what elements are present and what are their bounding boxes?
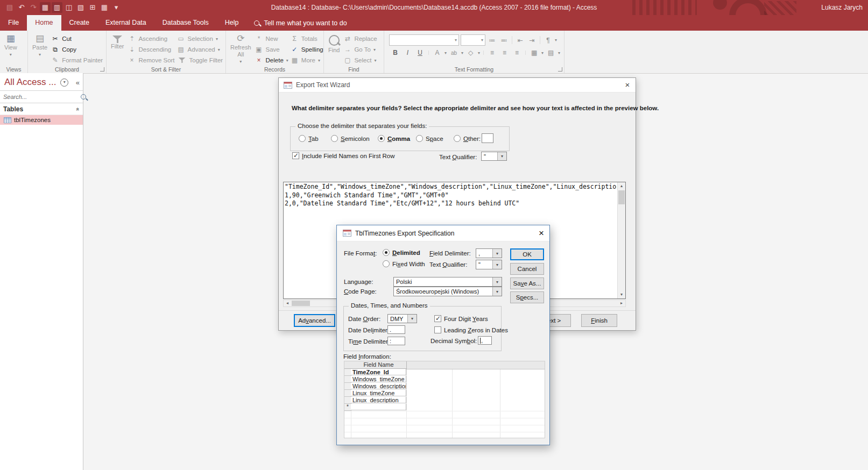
highlight-color-icon[interactable]: ab — [449, 50, 459, 56]
descending-button[interactable]: ⇣ Descending — [126, 44, 175, 55]
cancel-button[interactable]: Cancel — [510, 263, 544, 275]
field-name-cell[interactable]: Windows_timeZone — [351, 376, 406, 382]
field-delimiter-combo[interactable]: , ▾ — [476, 248, 502, 258]
datasheet-view-icon[interactable]: ▦ — [40, 2, 51, 13]
sidebar-item-tbltimezones[interactable]: tblTimezones — [0, 115, 83, 125]
date-order-combo[interactable]: DMY ▾ — [387, 314, 417, 323]
select-button[interactable]: ▢ Select▾ — [342, 55, 378, 66]
save-record-button[interactable]: ▣ Save — [254, 44, 290, 55]
redo-icon[interactable]: ↷ — [28, 2, 39, 13]
align-center-icon[interactable]: ≡ — [499, 49, 510, 56]
find-button[interactable]: Find — [326, 32, 342, 54]
radio-space[interactable]: Space — [416, 135, 443, 142]
radio-other[interactable]: Other: — [454, 135, 481, 142]
time-delimiter-input[interactable]: : — [387, 337, 405, 345]
italic-icon[interactable]: I — [403, 49, 413, 56]
export-data-icon[interactable]: ⊞ — [87, 2, 98, 13]
collapse-group-icon[interactable]: « — [75, 108, 81, 111]
align-right-icon[interactable]: ≡ — [512, 49, 522, 56]
field-name-cell[interactable]: Windows_description — [351, 383, 406, 389]
vertical-scroll-thumb[interactable] — [618, 190, 625, 204]
radio-delimited[interactable]: Delimited — [383, 249, 420, 256]
gridlines-icon[interactable]: ▦ — [529, 49, 539, 56]
tab-external-data[interactable]: External Data — [97, 15, 154, 31]
leading-zeros-checkbox[interactable]: Leading Zeros in Dates — [434, 326, 508, 333]
search-icon[interactable] — [81, 94, 86, 99]
decrease-indent-icon[interactable]: ⇤ — [515, 37, 525, 44]
code-page-combo[interactable]: Środkowoeuropejski (Windows) ▾ — [393, 287, 502, 296]
tell-me-search[interactable]: Tell me what you want to do — [246, 15, 354, 31]
print-preview-icon[interactable]: ▧ — [75, 2, 86, 13]
undo-icon[interactable]: ↶ — [16, 2, 27, 13]
text-formatting-dialog-launcher-icon[interactable] — [558, 67, 562, 72]
text-qualifier-combo[interactable]: " ▾ — [481, 152, 507, 161]
tab-file[interactable]: File — [0, 15, 27, 31]
shutter-bar-close-icon[interactable]: « — [76, 79, 80, 87]
increase-indent-icon[interactable]: ⇥ — [527, 37, 537, 44]
scroll-left-icon[interactable]: ◂ — [284, 300, 291, 307]
nav-menu-chevron-icon[interactable]: ▾ — [60, 79, 68, 87]
save-icon[interactable]: ▤ — [4, 2, 15, 13]
more-button[interactable]: ▦ More▾ — [290, 55, 324, 66]
horizontal-scroll-thumb[interactable] — [292, 301, 310, 306]
toggle-filter-button[interactable]: Toggle Filter — [176, 55, 224, 66]
tab-database-tools[interactable]: Database Tools — [154, 15, 217, 31]
clipboard-dialog-launcher-icon[interactable] — [100, 67, 104, 72]
tab-help[interactable]: Help — [217, 15, 247, 31]
close-icon[interactable]: × — [533, 225, 549, 241]
scroll-right-icon[interactable]: ▸ — [618, 300, 625, 307]
date-delimiter-input[interactable]: . — [387, 325, 405, 334]
language-combo[interactable]: Polski ▾ — [393, 277, 502, 287]
scroll-down-icon[interactable]: ▾ — [618, 291, 625, 298]
alternate-row-color-icon[interactable]: ▤ — [546, 49, 556, 56]
replace-button[interactable]: ⇄ Replace — [342, 33, 378, 44]
radio-comma[interactable]: Comma — [378, 135, 410, 142]
other-delimiter-input[interactable] — [482, 133, 493, 143]
font-color-icon[interactable]: A — [432, 49, 442, 56]
signed-in-user[interactable]: Lukasz Jarych — [821, 0, 863, 15]
ok-button[interactable]: OK — [510, 248, 544, 260]
filter-button[interactable]: Filter — [108, 32, 126, 50]
save-as-button[interactable]: Save As... — [510, 277, 544, 289]
background-fill-icon[interactable]: ◇ — [465, 49, 476, 56]
bullets-icon[interactable]: ≔ — [487, 37, 497, 44]
radio-tab[interactable]: Tab — [299, 135, 319, 142]
design-view-icon[interactable]: ▥ — [52, 2, 62, 13]
specs-button[interactable]: Specs... — [510, 291, 544, 303]
wizard-title-bar[interactable]: Export Text Wizard × — [279, 78, 636, 92]
view-button[interactable]: ▦ View▾ — [2, 32, 20, 58]
paragraph-marks-icon[interactable]: ¶ — [543, 37, 553, 44]
font-name-combo[interactable]: ▾ — [389, 34, 459, 46]
advanced-filter-button[interactable]: ▤ Advanced▾ — [176, 44, 224, 55]
selection-button[interactable]: ▭ Selection▾ — [176, 33, 224, 44]
title-bar[interactable]: ▤ ↶ ↷ ▦ ▥ ◫ ▧ ⊞ ▦ ▾ Database14 : Databas… — [0, 0, 868, 15]
new-field-name-cell[interactable] — [351, 404, 406, 410]
spelling-button[interactable]: ✓ Spelling — [290, 44, 324, 55]
align-left-icon[interactable]: ≡ — [487, 49, 497, 56]
refresh-all-button[interactable]: ⟳ Refresh All▾ — [228, 32, 254, 65]
radio-fixed-width[interactable]: Fixed Width — [383, 260, 425, 267]
numbering-icon[interactable]: ≕ — [499, 37, 509, 44]
search-input[interactable] — [0, 93, 81, 101]
underline-icon[interactable]: U — [415, 49, 425, 56]
field-name-cell[interactable]: Linux_timeZone — [351, 390, 406, 396]
field-name-cell[interactable]: Linux_description — [351, 397, 406, 403]
tab-home[interactable]: Home — [27, 15, 61, 31]
copy-button[interactable]: ⧉ Copy — [50, 44, 104, 55]
tables-group-header[interactable]: Tables « — [0, 103, 83, 115]
four-digit-years-checkbox[interactable]: Four Digit Years — [434, 315, 488, 322]
spec-title-bar[interactable]: TblTimezones Export Specification × — [337, 225, 549, 241]
go-to-button[interactable]: → Go To▾ — [342, 44, 378, 55]
field-name-cell[interactable]: TimeZone_Id — [351, 369, 406, 375]
cut-button[interactable]: ✂ Cut — [50, 33, 104, 44]
table-columns-icon[interactable]: ▦ — [99, 2, 110, 13]
advanced-button[interactable]: Advanced... — [294, 314, 335, 327]
ascending-button[interactable]: ⇡ Ascending — [126, 33, 175, 44]
close-icon[interactable]: × — [619, 78, 636, 92]
delete-record-button[interactable]: × Delete▾ — [254, 55, 290, 66]
finish-button[interactable]: Finish — [581, 314, 617, 327]
include-field-names-checkbox[interactable]: Include Field Names on First Row — [292, 152, 395, 159]
format-painter-button[interactable]: ✎ Format Painter — [50, 55, 104, 66]
totals-button[interactable]: Σ Totals — [290, 33, 324, 44]
spec-text-qualifier-combo[interactable]: " ▾ — [476, 260, 502, 269]
